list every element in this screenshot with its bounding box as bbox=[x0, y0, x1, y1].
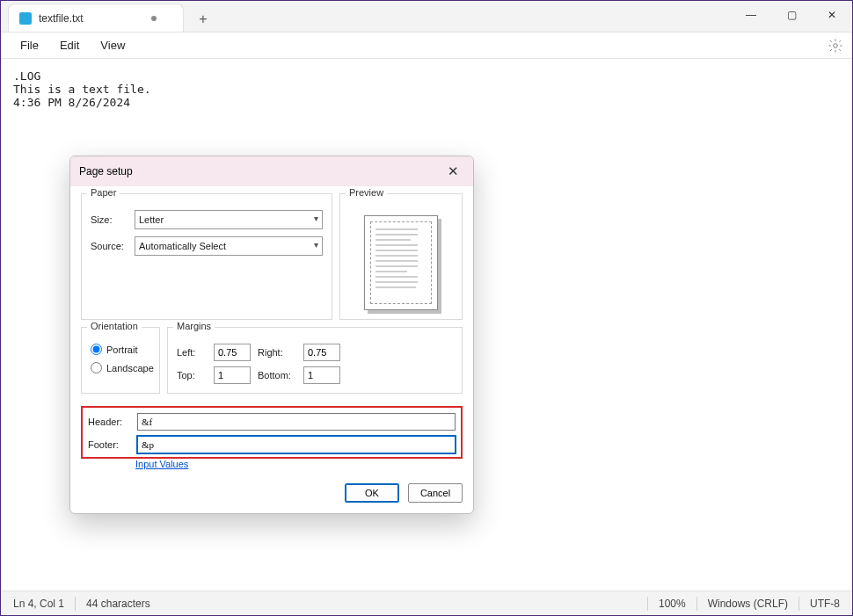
orientation-portrait-radio[interactable]: Portrait bbox=[91, 344, 150, 355]
margin-left-input[interactable] bbox=[214, 344, 251, 361]
dialog-close-button[interactable]: ✕ bbox=[442, 162, 464, 181]
dialog-body: Paper Size: Letter ▾ Source: Automatical… bbox=[70, 186, 473, 480]
menu-file[interactable]: File bbox=[10, 34, 49, 56]
statusbar: Ln 4, Col 1 44 characters 100% Windows (… bbox=[1, 591, 852, 615]
new-tab-button[interactable]: + bbox=[191, 7, 215, 32]
preview-page bbox=[364, 215, 438, 310]
preview-group: Preview bbox=[339, 193, 463, 320]
svg-point-0 bbox=[834, 43, 838, 47]
header-footer-highlight: Header: Footer: bbox=[81, 406, 463, 459]
settings-gear-icon[interactable] bbox=[827, 38, 843, 54]
margins-group: Margins Left: Right: Top: Bottom: bbox=[167, 327, 463, 394]
preview-legend: Preview bbox=[346, 187, 387, 198]
portrait-label: Portrait bbox=[106, 344, 137, 355]
paper-source-select[interactable]: Automatically Select ▾ bbox=[135, 236, 323, 256]
status-position: Ln 4, Col 1 bbox=[13, 598, 64, 610]
menu-view[interactable]: View bbox=[90, 34, 135, 56]
orientation-landscape-radio[interactable]: Landscape bbox=[91, 362, 150, 373]
paper-size-value: Letter bbox=[139, 214, 164, 225]
paper-size-select[interactable]: Letter ▾ bbox=[135, 210, 323, 229]
source-label: Source: bbox=[91, 241, 135, 251]
paper-source-value: Automatically Select bbox=[139, 241, 226, 251]
chevron-down-icon: ▾ bbox=[314, 240, 318, 250]
notepad-icon bbox=[19, 12, 32, 25]
margin-top-label: Top: bbox=[177, 370, 207, 380]
status-encoding: UTF-8 bbox=[810, 598, 840, 610]
margins-legend: Margins bbox=[173, 321, 215, 331]
dialog-titlebar: Page setup ✕ bbox=[70, 156, 473, 186]
tab-title: textfile.txt bbox=[39, 12, 84, 25]
size-label: Size: bbox=[91, 214, 135, 225]
page-setup-dialog: Page setup ✕ Paper Size: Letter ▾ Source… bbox=[69, 156, 474, 514]
document-tab[interactable]: textfile.txt bbox=[8, 4, 184, 32]
window-controls: — ▢ ✕ bbox=[731, 1, 852, 29]
margin-left-label: Left: bbox=[177, 347, 207, 358]
cancel-button[interactable]: Cancel bbox=[408, 483, 463, 503]
status-line-ending: Windows (CRLF) bbox=[708, 598, 788, 610]
status-char-count: 44 characters bbox=[86, 598, 150, 610]
close-window-button[interactable]: ✕ bbox=[812, 1, 852, 29]
header-label: Header: bbox=[88, 417, 137, 427]
footer-input[interactable] bbox=[137, 436, 456, 453]
modified-dot-icon bbox=[151, 16, 157, 21]
landscape-label: Landscape bbox=[106, 363, 154, 373]
app-window: textfile.txt + — ▢ ✕ File Edit View .LOG… bbox=[0, 0, 853, 616]
status-zoom: 100% bbox=[659, 598, 686, 610]
header-input[interactable] bbox=[137, 413, 456, 431]
titlebar: textfile.txt + — ▢ ✕ bbox=[1, 1, 852, 33]
orientation-legend: Orientation bbox=[87, 321, 142, 331]
menubar: File Edit View bbox=[1, 33, 852, 59]
portrait-radio-input[interactable] bbox=[91, 344, 102, 355]
input-values-link[interactable]: Input Values bbox=[135, 459, 463, 469]
margin-right-label: Right: bbox=[258, 347, 296, 358]
separator bbox=[647, 597, 648, 611]
margin-right-input[interactable] bbox=[303, 344, 340, 361]
separator bbox=[75, 597, 76, 611]
minimize-button[interactable]: — bbox=[731, 1, 771, 29]
orientation-group: Orientation Portrait Landscape bbox=[81, 327, 160, 394]
footer-label: Footer: bbox=[88, 439, 137, 450]
paper-group: Paper Size: Letter ▾ Source: Automatical… bbox=[81, 193, 332, 320]
paper-legend: Paper bbox=[87, 187, 120, 198]
landscape-radio-input[interactable] bbox=[91, 362, 102, 373]
separator bbox=[798, 597, 799, 611]
chevron-down-icon: ▾ bbox=[314, 214, 318, 223]
maximize-button[interactable]: ▢ bbox=[771, 1, 812, 29]
separator bbox=[696, 597, 697, 611]
ok-button[interactable]: OK bbox=[345, 483, 399, 503]
margin-top-input[interactable] bbox=[214, 366, 251, 384]
margin-bottom-input[interactable] bbox=[303, 366, 340, 384]
dialog-title: Page setup bbox=[79, 165, 133, 178]
dialog-button-row: OK Cancel bbox=[70, 480, 473, 513]
margin-bottom-label: Bottom: bbox=[258, 370, 296, 380]
menu-edit[interactable]: Edit bbox=[49, 34, 90, 56]
